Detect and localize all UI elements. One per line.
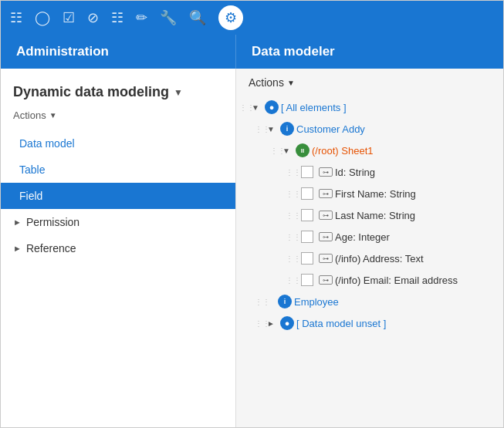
tree-item-all-elements: ⋮⋮ ▼ ● [ All elements ] [239, 96, 500, 118]
clock-icon[interactable]: ◯ [35, 9, 50, 26]
sheet1-label[interactable]: (/root) Sheet1 [312, 145, 374, 157]
lastname-string-checkbox[interactable] [301, 209, 313, 221]
tree-item-sheet1: ⋮⋮ ▼ II (/root) Sheet1 [239, 140, 500, 161]
edit-icon[interactable]: ✏ [136, 9, 147, 26]
right-actions-label[interactable]: Actions [249, 76, 284, 89]
id-string-checkbox[interactable] [301, 166, 313, 178]
customer-addy-label[interactable]: Customer Addy [296, 123, 365, 135]
lastname-string-label: Last Name: String [335, 210, 415, 221]
wrench-icon[interactable]: 🔧 [160, 9, 177, 26]
tree-item-email: ⋮⋮ ⊶ (/info) Email: Email address [239, 269, 500, 291]
sheet1-badge: II [296, 143, 310, 157]
drag-handle[interactable]: ⋮⋮ [255, 125, 267, 133]
main-content: Dynamic data modeling ▼ Actions ▼ Data m… [1, 69, 503, 428]
firstname-string-label: First Name: String [335, 188, 416, 200]
sidebar-nav: Data model Table Field ► Permission ► Re… [1, 130, 235, 261]
nav-item-field[interactable]: Field [1, 183, 235, 209]
nav-item-table[interactable]: Table [1, 157, 235, 183]
nav-item-permission[interactable]: ► Permission [1, 209, 235, 235]
all-elements-label[interactable]: [ All elements ] [281, 102, 347, 113]
top-icon-bar: ☷ ◯ ☑ ⊘ ☷ ✏ 🔧 🔍 ⚙ [1, 1, 503, 35]
field-type-icon: ⊶ [319, 232, 333, 241]
right-actions-dropdown-icon[interactable]: ▼ [287, 79, 295, 87]
tree-item-age-integer: ⋮⋮ ⊶ Age: Integer [239, 226, 500, 248]
firstname-string-checkbox[interactable] [301, 187, 313, 200]
email-label: (/info) Email: Email address [335, 275, 458, 286]
administration-header: Administration [1, 35, 236, 69]
sheet1-toggle[interactable]: ▼ [282, 147, 293, 155]
drag-handle[interactable]: ⋮⋮ [270, 147, 282, 155]
id-string-label: Id: String [335, 167, 375, 178]
tree-item-data-model-unset: ⋮⋮ ► ● [ Data model unset ] [239, 312, 500, 334]
employee-label[interactable]: Employee [294, 296, 339, 308]
settings-icon[interactable]: ⚙ [218, 5, 243, 30]
field-type-icon: ⊶ [319, 189, 333, 198]
field-type-icon: ⊶ [319, 211, 333, 220]
data-modeler-header: Data modeler [236, 35, 503, 69]
search-icon[interactable]: 🔍 [189, 9, 206, 26]
field-type-icon: ⊶ [319, 167, 333, 177]
tree-item-id-string: ⋮⋮ ⊶ Id: String [239, 161, 500, 183]
drag-handle[interactable]: ⋮⋮ [255, 298, 267, 306]
all-elements-badge: ● [265, 100, 279, 114]
permission-caret-icon: ► [13, 217, 22, 227]
tree-item-lastname-string: ⋮⋮ ⊶ Last Name: String [239, 204, 500, 226]
actions-dropdown-icon: ▼ [49, 111, 57, 120]
address-text-label: (/info) Address: Text [335, 253, 424, 265]
drag-handle[interactable]: ⋮⋮ [286, 254, 298, 263]
prohibited-icon[interactable]: ⊘ [87, 9, 99, 26]
header-row: Administration Data modeler [1, 35, 503, 69]
email-checkbox[interactable] [301, 274, 313, 286]
tree-item-employee: ⋮⋮ i Employee [239, 291, 500, 312]
drag-handle[interactable]: ⋮⋮ [286, 190, 298, 198]
reference-caret-icon: ► [13, 244, 22, 253]
sidebar-title-dropdown-icon[interactable]: ▼ [174, 87, 183, 98]
drag-handle[interactable]: ⋮⋮ [286, 168, 298, 177]
drag-handle[interactable]: ⋮⋮ [286, 211, 298, 220]
tree-item-customer-addy: ⋮⋮ ▼ i Customer Addy [239, 118, 500, 140]
data-model-unset-toggle[interactable]: ► [267, 319, 278, 328]
age-integer-label: Age: Integer [335, 231, 390, 243]
all-elements-toggle[interactable]: ▼ [252, 103, 262, 112]
field-type-icon: ⊶ [319, 275, 333, 285]
nav-item-data-model[interactable]: Data model [1, 130, 235, 157]
tree-item-address-text: ⋮⋮ ⊶ (/info) Address: Text [239, 248, 500, 269]
drag-handle[interactable]: ⋮⋮ [286, 276, 298, 285]
field-type-icon: ⊶ [319, 254, 333, 263]
employee-badge: i [278, 295, 292, 308]
right-actions-bar: Actions ▼ [236, 69, 503, 96]
sidebar-title: Dynamic data modeling ▼ [1, 78, 235, 103]
tree: ⋮⋮ ▼ ● [ All elements ] ⋮⋮ ▼ i Customer … [236, 96, 503, 334]
nav-item-reference[interactable]: ► Reference [1, 235, 235, 261]
address-text-checkbox[interactable] [301, 252, 313, 265]
drag-handle[interactable]: ⋮⋮ [286, 233, 298, 241]
customer-addy-badge: i [280, 122, 294, 136]
sidebar-actions-button[interactable]: Actions ▼ [1, 103, 235, 127]
right-panel: Actions ▼ ⋮⋮ ▼ ● [ All elements ] ⋮⋮ ▼ i… [236, 69, 503, 428]
layers-icon[interactable]: ☷ [111, 9, 123, 26]
drag-handle[interactable]: ⋮⋮ [239, 103, 252, 112]
database-icon[interactable]: ☷ [10, 9, 22, 26]
tree-item-firstname-string: ⋮⋮ ⊶ First Name: String [239, 183, 500, 204]
customer-addy-toggle[interactable]: ▼ [267, 125, 278, 133]
age-integer-checkbox[interactable] [301, 231, 313, 243]
drag-handle[interactable]: ⋮⋮ [255, 319, 267, 328]
checkbox-icon[interactable]: ☑ [63, 9, 75, 26]
sidebar: Dynamic data modeling ▼ Actions ▼ Data m… [1, 69, 236, 428]
data-model-unset-badge: ● [280, 316, 294, 330]
data-model-unset-label[interactable]: [ Data model unset ] [296, 318, 386, 329]
